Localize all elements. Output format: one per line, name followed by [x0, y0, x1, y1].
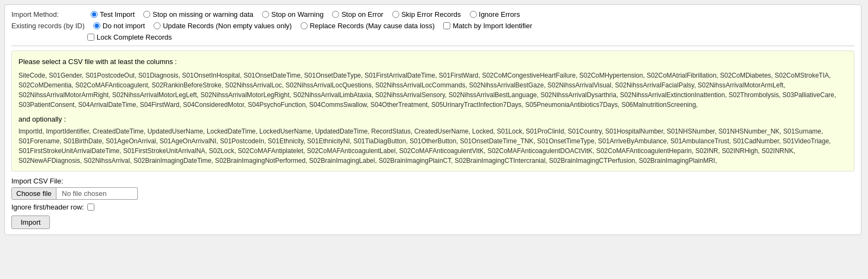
radio-stop-error-input[interactable]: [332, 11, 339, 18]
radio-ignore-errors-label: Ignore Errors: [479, 10, 520, 18]
csv-fields-area: Please select a CSV file with at least t…: [11, 50, 854, 172]
radio-replace-records[interactable]: Replace Records (May cause data loss): [301, 22, 435, 30]
radio-stop-missing-input[interactable]: [143, 11, 150, 18]
radio-replace-records-label: Replace Records (May cause data loss): [310, 22, 435, 30]
radio-ignore-errors-input[interactable]: [470, 11, 477, 18]
ignore-header-row: Ignore first/header row:: [11, 203, 854, 211]
optional-label: and optionally :: [18, 114, 847, 125]
existing-records-label: Existing records (by ID): [11, 22, 85, 30]
checkbox-match-by-import[interactable]: Match by Import Identifier: [443, 22, 532, 30]
ignore-header-checkbox[interactable]: [87, 204, 94, 211]
checkbox-match-by-import-label: Match by Import Identifier: [452, 22, 532, 30]
import-method-label: Import Method:: [11, 10, 82, 18]
radio-test-import-label: Test Import: [100, 10, 135, 18]
file-upload-section: Import CSV File: Choose file No file cho…: [11, 177, 854, 200]
radio-test-import-input[interactable]: [91, 11, 98, 18]
radio-update-records[interactable]: Update Records (Non empty values only): [154, 22, 292, 30]
file-input-wrapper: Choose file No file chosen: [11, 187, 138, 200]
checkbox-match-by-import-input[interactable]: [443, 22, 450, 29]
radio-skip-error-label: Skip Error Records: [401, 10, 461, 18]
radio-stop-warning[interactable]: Stop on Warning: [262, 10, 323, 18]
required-fields-list: SiteCode, S01Gender, S01PostcodeOut, S01…: [18, 71, 847, 110]
radio-stop-error[interactable]: Stop on Error: [332, 10, 383, 18]
radio-update-records-label: Update Records (Non empty values only): [163, 22, 292, 30]
radio-stop-warning-input[interactable]: [262, 11, 269, 18]
checkbox-lock-complete[interactable]: Lock Complete Records: [87, 33, 172, 41]
radio-stop-error-label: Stop on Error: [341, 10, 383, 18]
import-button[interactable]: Import: [11, 215, 50, 229]
radio-do-not-import-label: Do not import: [103, 22, 145, 30]
lock-records-row: Lock Complete Records: [87, 33, 854, 41]
radio-test-import[interactable]: Test Import: [91, 10, 135, 18]
radio-update-records-input[interactable]: [154, 22, 161, 29]
radio-do-not-import[interactable]: Do not import: [93, 22, 145, 30]
file-input-row: Choose file No file chosen: [11, 187, 854, 200]
main-container: Import Method: Test Import Stop on missi…: [4, 4, 861, 235]
radio-ignore-errors[interactable]: Ignore Errors: [470, 10, 520, 18]
optional-section: and optionally : ImportId, ImportIdentif…: [18, 114, 847, 166]
radio-stop-missing[interactable]: Stop on missing or warning data: [143, 10, 253, 18]
radio-do-not-import-input[interactable]: [93, 22, 100, 29]
import-method-row: Import Method: Test Import Stop on missi…: [11, 10, 854, 18]
import-csv-label: Import CSV File:: [11, 177, 854, 185]
radio-replace-records-input[interactable]: [301, 22, 308, 29]
optional-fields-list: ImportId, ImportIdentifier, CreatedDateT…: [18, 126, 847, 166]
existing-records-row: Existing records (by ID) Do not import U…: [11, 22, 854, 30]
radio-skip-error[interactable]: Skip Error Records: [392, 10, 461, 18]
checkbox-lock-complete-input[interactable]: [87, 34, 94, 41]
ignore-header-label: Ignore first/header row:: [11, 203, 84, 211]
choose-file-button[interactable]: Choose file: [11, 187, 56, 200]
required-intro-text: Please select a CSV file with at least t…: [18, 56, 847, 67]
radio-stop-warning-label: Stop on Warning: [271, 10, 323, 18]
checkbox-lock-complete-label: Lock Complete Records: [97, 33, 172, 41]
radio-skip-error-input[interactable]: [392, 11, 399, 18]
radio-stop-missing-label: Stop on missing or warning data: [152, 10, 253, 18]
file-name-display: No file chosen: [56, 187, 138, 200]
divider-1: [11, 46, 854, 46]
